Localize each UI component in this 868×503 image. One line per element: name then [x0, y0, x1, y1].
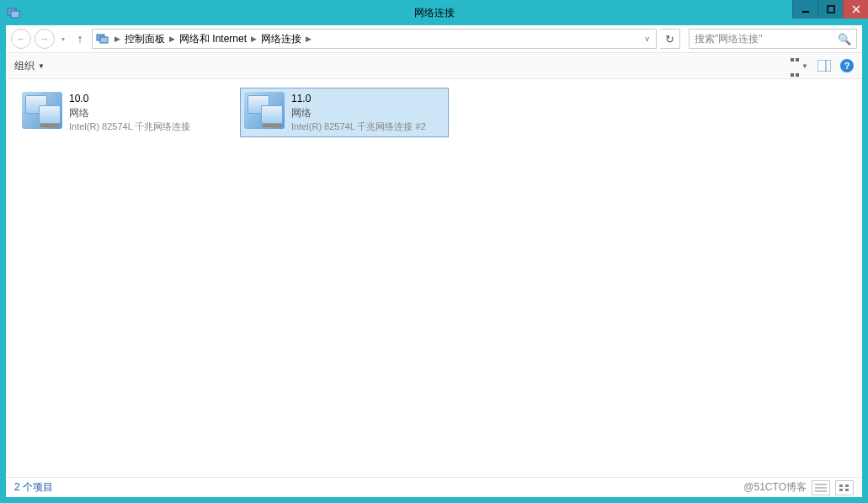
watermark: @51CTO博客	[743, 480, 807, 495]
svg-rect-1	[11, 11, 19, 18]
breadcrumb-network-internet[interactable]: 网络和 Internet	[177, 32, 249, 46]
search-icon[interactable]: 🔍	[838, 33, 851, 45]
help-button[interactable]: ?	[840, 59, 854, 72]
status-bar: 2 个项目 @51CTO博客	[6, 477, 862, 497]
svg-rect-16	[845, 489, 849, 491]
titlebar[interactable]: 网络连接	[0, 0, 868, 25]
close-button[interactable]	[843, 0, 868, 19]
adapter-item[interactable]: 10.0 网络 Intel(R) 82574L 千兆网络连接	[18, 88, 226, 137]
client-area: ← → ▾ ↑ ▶ 控制面板 ▶ 网络和 Internet ▶ 网络连接 ▶ v…	[6, 25, 862, 497]
app-icon	[7, 6, 20, 19]
location-icon	[96, 32, 109, 45]
adapter-device: Intel(R) 82574L 千兆网络连接 #2	[291, 120, 426, 133]
window-controls	[792, 0, 868, 19]
network-adapter-icon	[244, 92, 285, 129]
svg-rect-8	[817, 60, 831, 72]
items-view[interactable]: 10.0 网络 Intel(R) 82574L 千兆网络连接 11.0 网络 I…	[6, 79, 862, 477]
svg-rect-13	[839, 484, 843, 487]
item-count: 2 个项目	[14, 480, 53, 495]
adapter-name: 10.0	[69, 92, 190, 106]
svg-rect-7	[100, 37, 108, 43]
toolbar: 组织 ▼ ▼ ?	[6, 52, 862, 79]
toolbar-right: ▼ ?	[790, 51, 854, 81]
search-input[interactable]	[695, 33, 838, 45]
forward-button[interactable]: →	[35, 29, 55, 49]
large-icons-view-button[interactable]	[835, 480, 854, 495]
history-dropdown-icon[interactable]: ▾	[58, 35, 68, 43]
organize-button[interactable]: 组织 ▼	[14, 59, 45, 73]
navigation-row: ← → ▾ ↑ ▶ 控制面板 ▶ 网络和 Internet ▶ 网络连接 ▶ v…	[6, 25, 862, 52]
status-right: @51CTO博客	[743, 480, 854, 495]
refresh-button[interactable]: ↻	[660, 29, 680, 49]
chevron-right-icon: ▶	[304, 35, 313, 43]
address-bar[interactable]: ▶ 控制面板 ▶ 网络和 Internet ▶ 网络连接 ▶ v	[92, 29, 657, 49]
search-box[interactable]: 🔍	[689, 29, 857, 49]
adapter-info: 11.0 网络 Intel(R) 82574L 千兆网络连接 #2	[291, 92, 426, 133]
preview-pane-button[interactable]	[817, 58, 832, 73]
adapter-item[interactable]: 11.0 网络 Intel(R) 82574L 千兆网络连接 #2	[240, 88, 449, 137]
view-selector[interactable]: ▼	[790, 51, 808, 81]
svg-rect-14	[845, 484, 849, 487]
chevron-down-icon: ▼	[38, 62, 45, 70]
window-title: 网络连接	[414, 6, 455, 20]
up-button[interactable]: ↑	[72, 32, 88, 45]
chevron-right-icon: ▶	[113, 35, 122, 43]
svg-rect-3	[828, 6, 834, 13]
svg-rect-15	[839, 489, 843, 491]
window-frame: 网络连接 ← → ▾ ↑ ▶ 控制面板 ▶ 网络和 Internet ▶ 网络连…	[0, 0, 868, 503]
minimize-button[interactable]	[792, 0, 817, 19]
adapter-info: 10.0 网络 Intel(R) 82574L 千兆网络连接	[69, 92, 190, 133]
chevron-right-icon: ▶	[168, 35, 177, 43]
back-button[interactable]: ←	[11, 29, 31, 49]
organize-label: 组织	[14, 59, 35, 73]
breadcrumb-control-panel[interactable]: 控制面板	[122, 32, 168, 46]
chevron-down-icon: ▼	[801, 62, 808, 70]
adapter-name: 11.0	[291, 92, 426, 106]
details-view-button[interactable]	[812, 480, 830, 495]
network-adapter-icon	[22, 92, 62, 129]
breadcrumb-network-connections[interactable]: 网络连接	[258, 32, 304, 46]
adapter-status: 网络	[291, 106, 426, 120]
adapter-status: 网络	[69, 106, 190, 120]
chevron-right-icon: ▶	[249, 35, 258, 43]
address-dropdown-icon[interactable]: v	[642, 35, 653, 43]
maximize-button[interactable]	[817, 0, 843, 19]
adapter-device: Intel(R) 82574L 千兆网络连接	[69, 120, 190, 133]
